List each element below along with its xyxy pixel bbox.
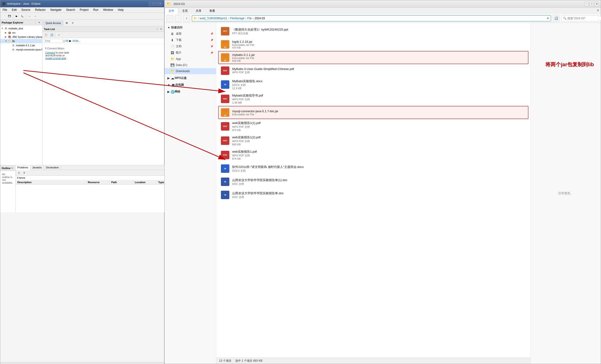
list-item[interactable]: W 山西农业大学软件学院实验报告单(1).doc DOC 文档 (218, 175, 529, 188)
quickaccess-icon2[interactable]: ≡ (70, 20, 75, 26)
view-menu-icon[interactable]: ▼ (38, 21, 41, 24)
toolbar-new[interactable]: 📄 (1, 14, 6, 19)
address-dropdown-icon[interactable]: ▼ (547, 17, 549, 20)
list-item-mysql-jar[interactable]: ☕ mysql-connector-java-5.1.7-bin.jar Exe… (218, 106, 529, 119)
tasklist-divider: ▶ (69, 39, 71, 42)
wps-label: WPS云盘 (175, 76, 187, 80)
file-name: MyBatis-3-User-Guide-Simplified-Chinese.… (232, 67, 526, 71)
project-toggle[interactable]: ▼ (1, 27, 4, 30)
search-input[interactable] (567, 17, 601, 20)
src-toggle[interactable]: ▶ (5, 31, 8, 34)
sidebar-item-downloads[interactable]: ⬇ 下载 📌 (165, 37, 216, 43)
sidebar-item-downloads-folder[interactable]: 📁 Downloads (165, 68, 216, 74)
quickaccess-button[interactable]: Quick Access (43, 21, 63, 25)
menu-window[interactable]: Window (102, 8, 115, 12)
ribbon-tab-file[interactable]: 文件 (165, 8, 178, 14)
sidebar-item-documents[interactable]: 📄 文档 📌 (165, 43, 216, 50)
network-label: 网络 (175, 90, 180, 94)
tasklist-btn3[interactable]: ✓ (56, 32, 61, 38)
menu-navigate[interactable]: Navigate (49, 8, 63, 12)
refresh-button[interactable]: 🔄 (553, 15, 560, 22)
toolbar-save[interactable]: 💾 (7, 14, 12, 19)
sidebar-network-header[interactable]: ▶ 🌐 网络 (165, 89, 216, 95)
problems-btn1[interactable]: ⚠ (16, 170, 22, 175)
address-path-node4[interactable]: 2024-03 (254, 17, 265, 20)
ribbon-tab-home[interactable]: 主页 (178, 8, 192, 14)
up-button[interactable]: ↑ (183, 15, 190, 22)
sidebar-computer-header[interactable]: ▼ 💻 此电脑 (165, 82, 216, 88)
quickaccess-icon1[interactable]: ⊞ (64, 20, 69, 26)
back-button[interactable]: ← (166, 15, 173, 22)
sidebar-item-data-d[interactable]: 💾 Data (D:) (165, 62, 216, 68)
list-item[interactable]: W MyBatis实验报告.docx DOCX 文档12.3 KB (218, 77, 529, 91)
file-icon-wrap: W (220, 177, 230, 186)
lib-toggle[interactable]: ▼ (5, 40, 8, 42)
menu-refactor[interactable]: Refactor (34, 8, 47, 12)
tree-item-mysql-jar[interactable]: ☕ mysql-connector-java-5.1... (0, 47, 42, 52)
tree-item-lib[interactable]: ▼ 📁 lib (0, 39, 42, 43)
sidebar-quick-access-header[interactable]: ▼ 快速访问 (165, 25, 216, 30)
tasklist-icon2[interactable]: ▼ (160, 28, 163, 31)
maximize-button[interactable]: □ (154, 2, 158, 6)
problems-btn2[interactable]: ℹ (22, 170, 27, 175)
tasklist-all[interactable]: All (65, 39, 68, 42)
exp-close-button[interactable]: ✕ (595, 2, 599, 6)
tasklist-separator: | (64, 39, 64, 42)
connect-mylyn-title: ℹ Connect Mylyn (45, 47, 161, 50)
address-path-node2[interactable]: FileStorage (230, 17, 244, 20)
forward-button[interactable]: → (175, 15, 181, 22)
close-button[interactable]: ✕ (159, 2, 162, 6)
tree-item-src[interactable]: ▶ 📦 src (0, 30, 42, 35)
list-item[interactable]: PDF MyBatis-3-User-Guide-Simplified-Chin… (218, 64, 529, 77)
menu-source[interactable]: Source (20, 8, 32, 12)
list-item-mybatis-jar[interactable]: ☕ mybatis-3.1.1.jar Executable Jar File6… (218, 51, 529, 64)
expand-ribbon-btn[interactable]: ∧ (595, 8, 601, 14)
menu-project[interactable]: Project (78, 8, 90, 12)
address-path-node3[interactable]: File (247, 17, 252, 20)
tasklist-btn1[interactable]: 📋 (43, 32, 49, 38)
toolbar-forward[interactable]: → (33, 14, 38, 19)
menu-search[interactable]: Search (65, 8, 77, 12)
tasklist-find-input[interactable] (44, 39, 63, 43)
list-item[interactable]: ☕ log4j-1.2.16.jar Executable Jar File47… (218, 38, 529, 51)
menu-help[interactable]: Help (116, 8, 125, 12)
sidebar-item-pictures[interactable]: 🖼 图片 📌 (165, 50, 216, 56)
list-item[interactable]: PDF web实验报告1.pdf WPS PDF 文档875 KB (218, 148, 529, 162)
outline-icon[interactable]: ▼ (10, 166, 14, 170)
minimize-button[interactable]: ─ (149, 2, 153, 6)
list-item[interactable]: W 山西农业大学软件学院实验报告单.doc DOC 文档 (218, 188, 529, 202)
toolbar-back[interactable]: ← (27, 14, 32, 19)
tree-item-project[interactable]: ▼ ☕ mybatis_test (0, 26, 42, 30)
list-item[interactable]: W 软件2201z班-"讲文明新风 做时代新人"主题班会.docx DOCX 文… (218, 162, 529, 175)
toolbar-debug[interactable]: 🐛 (20, 14, 25, 19)
file-meta: WPS PDF 文档865 KB (232, 140, 526, 146)
tab-declaration[interactable]: Declaration (44, 165, 61, 170)
menu-file[interactable]: File (1, 8, 9, 12)
sidebar-wps-header[interactable]: ▶ ☁ WPS云盘 (165, 75, 216, 81)
tree-item-jre[interactable]: ▶ 📚 JRE System Library [JavaSE-1... (0, 35, 42, 39)
connect-link[interactable]: Connect (45, 51, 55, 54)
menu-edit[interactable]: Edit (10, 8, 18, 12)
tasklist-active[interactable]: Activ... (72, 39, 80, 42)
tab-problems[interactable]: Problems (16, 165, 30, 170)
exp-minimize-button[interactable]: ─ (584, 2, 589, 6)
sidebar-item-desktop[interactable]: 🖥 桌面 📌 (165, 30, 216, 37)
ribbon-tab-share[interactable]: 共享 (192, 8, 205, 14)
list-item[interactable]: PDF web实验报告1(1).pdf WPS PDF 文档875 KB (218, 119, 529, 133)
list-item[interactable]: PDF web实验报告1(2).pdf WPS PDF 文档865 KB (218, 133, 529, 148)
ribbon-tab-view[interactable]: 查看 (205, 8, 219, 14)
toolbar-run[interactable]: ▶ (14, 14, 19, 19)
exp-maximize-button[interactable]: □ (590, 2, 594, 6)
list-item[interactable]: PPT 《数据持久化处理1》byWK20240225.ppt PPT 演示文稿 (218, 25, 529, 38)
create-local-link[interactable]: create a local task (45, 57, 66, 60)
tasklist-btn2[interactable]: 🔄 (49, 32, 54, 38)
tasklist-icon1[interactable]: + (156, 28, 159, 31)
list-item[interactable]: PDF Mybatis实验指导书.pdf WPS PDF 文档1.36 MB (218, 91, 529, 106)
sidebar-item-app[interactable]: 📁 App (165, 56, 216, 62)
tree-item-mybatis-jar[interactable]: ☕ mybatis-3.1.1.jar (0, 43, 42, 47)
address-path-node1[interactable]: wxid_7c0fn50t8hpn21 (200, 17, 227, 20)
menu-run[interactable]: Run (92, 8, 100, 12)
tab-javadoc[interactable]: Javadoc (30, 165, 44, 170)
collapse-all-icon[interactable]: ⋮ (34, 21, 37, 24)
jre-toggle[interactable]: ▶ (5, 36, 8, 38)
